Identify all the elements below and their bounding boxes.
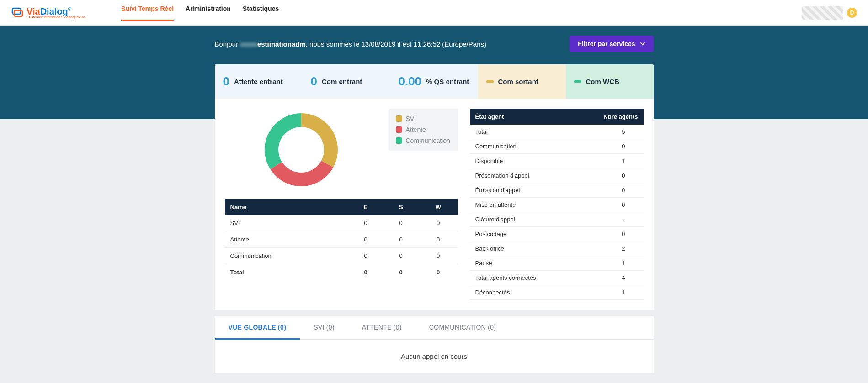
legend-swatch (396, 115, 402, 122)
table-row: Back office2 (470, 241, 644, 256)
lt-header-name: Name (225, 199, 348, 215)
table-row: Déconnectés1 (470, 285, 644, 300)
table-row: Présentation d'appel0 (470, 168, 644, 183)
table-row: Total5 (470, 125, 644, 139)
legend-label: Communication (406, 137, 450, 144)
legend-item-communication: Communication (396, 135, 452, 146)
table-row: Communication0 (470, 139, 644, 154)
table-row: Attente000 (225, 231, 458, 248)
agent-header-etat: État agent (470, 109, 576, 125)
dash-icon (574, 80, 581, 83)
agent-header-nbre: Nbre agents (576, 109, 643, 125)
topbar: ViaDialog® Customer Interactions Managem… (0, 0, 868, 26)
greeting-text: Bonjour xxxxxestimationadm, nous sommes … (215, 40, 486, 48)
filter-by-services-button[interactable]: Filtrer par services (570, 36, 653, 52)
legend-item-attente: Attente (396, 124, 452, 135)
agent-status-table: État agent Nbre agents Total5Communicati… (470, 109, 644, 300)
avatar[interactable]: D (847, 8, 857, 18)
kpi-qs-entrant: 0.00 % QS entrant (390, 64, 478, 99)
legend-label: Attente (406, 126, 426, 133)
donut-segment-svi (301, 113, 338, 168)
calls-tabs: VUE GLOBALE (0)SVI (0)ATTENTE (0)COMMUNI… (215, 316, 654, 340)
tabs-empty-text: Aucun appel en cours (215, 340, 654, 373)
table-row: Pause1 (470, 256, 644, 271)
table-row: Postcodage0 (470, 227, 644, 241)
legend-item-svi: SVI (396, 113, 452, 124)
table-row: Clôture d'appel- (470, 212, 644, 227)
donut-chart (225, 109, 378, 191)
brand-logo[interactable]: ViaDialog® Customer Interactions Managem… (11, 6, 85, 19)
right-panel: État agent Nbre agents Total5Communicati… (470, 109, 644, 300)
chevron-down-icon (640, 41, 645, 47)
filter-button-label: Filtrer par services (578, 40, 635, 47)
legend-label: SVI (406, 115, 416, 122)
nav-item-2[interactable]: Statistiques (243, 5, 279, 21)
table-row: Émission d'appel0 (470, 183, 644, 198)
nav-item-1[interactable]: Administration (186, 5, 231, 21)
user-blur-area (802, 6, 843, 20)
chat-icon (11, 6, 24, 19)
table-row: Total agents connectés4 (470, 271, 644, 285)
channel-summary-table: NameESW SVI000Attente000Communication000… (225, 199, 458, 280)
kpi-attente-entrant: 0 Attente entrant (215, 64, 303, 99)
lt-header-s: S (383, 199, 419, 215)
kpi-com-sortant: Com sortant (478, 64, 566, 99)
tab-1[interactable]: SVI (0) (300, 316, 348, 339)
table-row: SVI000 (225, 215, 458, 231)
donut-segment-attente (270, 161, 333, 186)
calls-tabs-panel: VUE GLOBALE (0)SVI (0)ATTENTE (0)COMMUNI… (215, 316, 654, 373)
legend-swatch (396, 137, 402, 144)
legend-swatch (396, 126, 402, 133)
kpi-com-wcb: Com WCB (566, 64, 654, 99)
tab-0[interactable]: VUE GLOBALE (0) (215, 316, 300, 340)
main-nav: Suivi Temps RéelAdministrationStatistiqu… (121, 5, 279, 21)
lt-header-w: W (419, 199, 458, 215)
lt-header-e: E (348, 199, 383, 215)
table-row: Mise en attente0 (470, 198, 644, 212)
table-total-row: Total000 (225, 264, 458, 281)
chart-legend: SVIAttenteCommunication (389, 109, 458, 151)
tab-3[interactable]: COMMUNICATION (0) (415, 316, 510, 339)
dash-icon (486, 80, 494, 83)
brand-subtitle: Customer Interactions Management (27, 15, 85, 19)
table-row: Disponible1 (470, 154, 644, 168)
svg-rect-0 (12, 8, 21, 14)
kpi-row: 0 Attente entrant 0 Com entrant 0.00 % Q… (215, 64, 654, 99)
svg-rect-1 (14, 10, 22, 16)
left-panel: SVIAttenteCommunication NameESW SVI000At… (225, 109, 458, 300)
table-row: Communication000 (225, 248, 458, 264)
nav-item-0[interactable]: Suivi Temps Réel (121, 5, 174, 21)
kpi-com-entrant: 0 Com entrant (303, 64, 390, 99)
tab-2[interactable]: ATTENTE (0) (348, 316, 415, 339)
main-panel: SVIAttenteCommunication NameESW SVI000At… (215, 99, 654, 310)
donut-segment-communication (265, 113, 301, 169)
